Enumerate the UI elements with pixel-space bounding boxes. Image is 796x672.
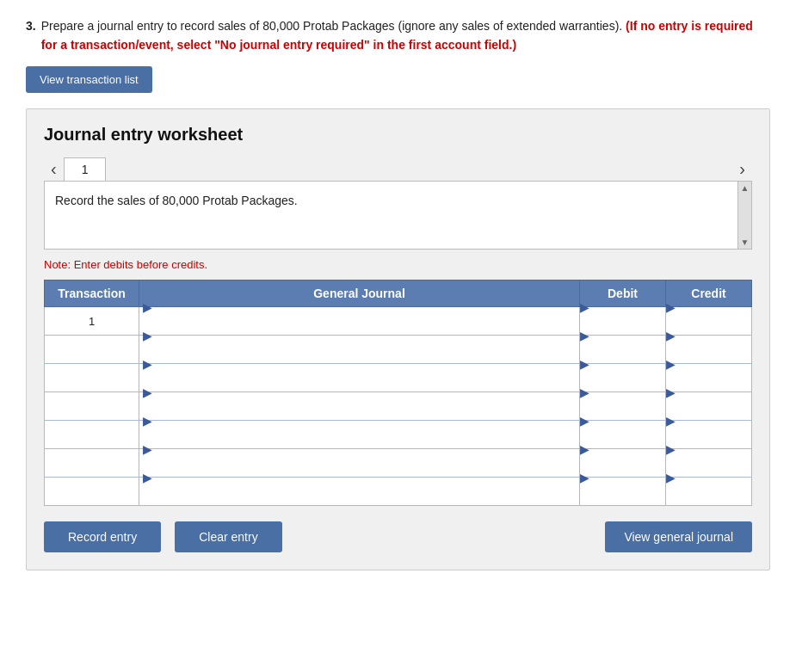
tab-1[interactable]: 1 (64, 157, 107, 181)
debit-arrow-icon: ▶ (580, 385, 589, 399)
general-journal-cell-5[interactable]: ▶ (139, 421, 580, 449)
credit-arrow-icon: ▶ (666, 414, 676, 428)
transaction-cell-4 (45, 392, 139, 421)
credit-cell-1[interactable]: ▶ (666, 307, 752, 336)
credit-arrow-icon: ▶ (666, 300, 676, 314)
col-credit-header: Credit (666, 281, 752, 307)
debit-arrow-icon: ▶ (580, 329, 589, 342)
record-entry-button[interactable]: Record entry (44, 521, 161, 552)
credit-arrow-icon: ▶ (666, 329, 676, 342)
transaction-cell-3 (45, 364, 139, 392)
question-number: 3. (26, 17, 36, 54)
question-text-normal: Prepare a journal entry to record sales … (41, 19, 623, 33)
next-tab-button[interactable]: › (732, 157, 752, 181)
general-journal-input-7[interactable] (143, 484, 579, 512)
debit-input-2[interactable] (580, 342, 665, 370)
general-journal-cell-2[interactable]: ▶ (139, 336, 580, 364)
cell-arrow-icon: ▶ (143, 329, 152, 342)
journal-table: Transaction General Journal Debit Credit… (44, 280, 752, 506)
general-journal-cell-3[interactable]: ▶ (139, 364, 580, 392)
cell-arrow-icon: ▶ (143, 471, 152, 484)
debit-arrow-icon: ▶ (580, 471, 589, 484)
description-box: Record the sales of 80,000 Protab Packag… (44, 181, 752, 250)
cell-arrow-icon: ▶ (143, 442, 152, 456)
description-text: Record the sales of 80,000 Protab Packag… (55, 194, 741, 207)
credit-input-3[interactable] (666, 371, 751, 398)
general-journal-cell-7[interactable]: ▶ (139, 478, 580, 506)
cell-arrow-icon: ▶ (143, 414, 152, 428)
transaction-cell-7 (45, 478, 139, 506)
question-section: 3. Prepare a journal entry to record sal… (26, 17, 770, 54)
credit-input-4[interactable] (666, 399, 751, 427)
general-journal-cell-4[interactable]: ▶ (139, 392, 580, 421)
cell-arrow-icon: ▶ (143, 385, 152, 399)
table-body: 1 ▶ ▶ ▶ ▶ (45, 307, 752, 506)
general-journal-cell-1[interactable]: ▶ (139, 307, 580, 336)
clear-entry-button[interactable]: Clear entry (175, 521, 281, 552)
debit-input-7[interactable] (580, 484, 665, 512)
view-transaction-button[interactable]: View transaction list (26, 66, 152, 93)
button-row: Record entry Clear entry View general jo… (44, 521, 752, 552)
debit-arrow-icon: ▶ (580, 414, 589, 428)
transaction-cell-1: 1 (45, 307, 139, 336)
debit-cell-1[interactable]: ▶ (580, 307, 666, 336)
transaction-cell-2 (45, 336, 139, 364)
worksheet-container: Journal entry worksheet ‹ 1 › Record the… (26, 108, 770, 570)
col-transaction-header: Transaction (45, 281, 139, 307)
general-journal-cell-6[interactable]: ▶ (139, 449, 580, 478)
credit-input-6[interactable] (666, 456, 751, 484)
credit-arrow-icon: ▶ (666, 442, 676, 456)
transaction-cell-5 (45, 421, 139, 449)
credit-input-7[interactable] (666, 484, 751, 512)
question-text: Prepare a journal entry to record sales … (41, 17, 770, 54)
debit-arrow-icon: ▶ (580, 442, 589, 456)
view-general-journal-button[interactable]: View general journal (605, 521, 752, 552)
debit-input-5[interactable] (580, 428, 665, 455)
col-debit-header: Debit (580, 281, 666, 307)
cell-arrow-icon: ▶ (143, 300, 152, 314)
credit-arrow-icon: ▶ (666, 357, 676, 371)
note-text: Note: Enter debits before credits. (44, 258, 752, 271)
debit-input-3[interactable] (580, 371, 665, 398)
scroll-down-icon[interactable]: ▼ (739, 236, 751, 249)
scroll-up-icon[interactable]: ▲ (739, 182, 751, 194)
debit-input-1[interactable] (580, 314, 665, 342)
credit-arrow-icon: ▶ (666, 385, 676, 399)
credit-input-5[interactable] (666, 428, 751, 455)
col-general-journal-header: General Journal (139, 281, 580, 307)
transaction-cell-6 (45, 449, 139, 478)
worksheet-title: Journal entry worksheet (44, 125, 752, 145)
tab-row: ‹ 1 › (44, 157, 752, 181)
credit-input-1[interactable] (666, 314, 751, 342)
credit-arrow-icon: ▶ (666, 471, 676, 484)
cell-arrow-icon: ▶ (143, 357, 152, 371)
debit-arrow-icon: ▶ (580, 357, 589, 371)
debit-arrow-icon: ▶ (580, 300, 589, 314)
debit-input-6[interactable] (580, 456, 665, 484)
prev-tab-button[interactable]: ‹ (44, 157, 64, 181)
scrollbar[interactable]: ▲ ▼ (737, 182, 751, 249)
credit-input-2[interactable] (666, 342, 751, 370)
debit-input-4[interactable] (580, 399, 665, 427)
